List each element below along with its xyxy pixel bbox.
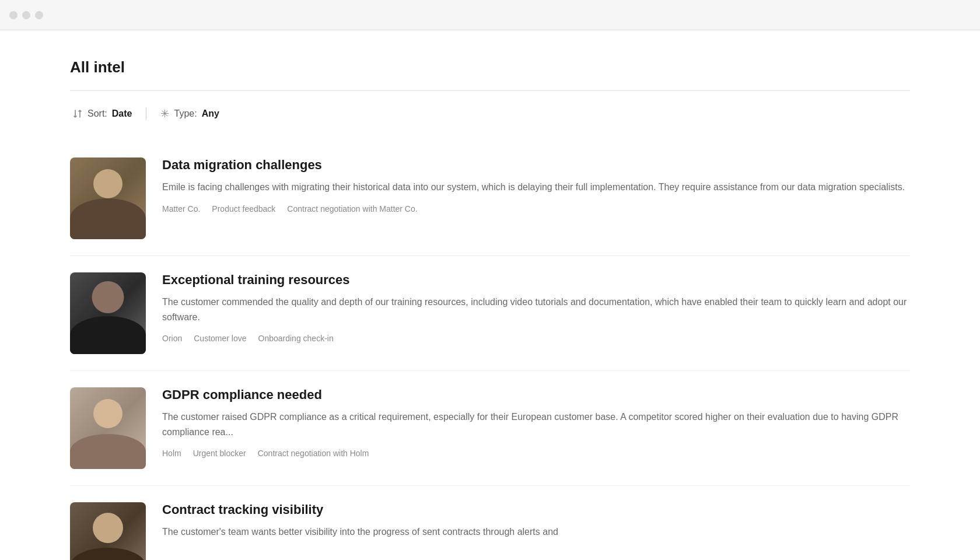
intel-body: GDPR compliance needed The customer rais… <box>162 387 910 458</box>
intel-title: GDPR compliance needed <box>162 387 910 402</box>
intel-body: Data migration challenges Emile is facin… <box>162 158 910 214</box>
intel-title: Exceptional training resources <box>162 272 910 288</box>
sort-label: Sort: <box>88 108 107 119</box>
tag: Contract negotiation with Holm <box>258 449 369 458</box>
filters-bar: Sort: Date ✳ Type: Any <box>70 107 910 120</box>
intel-list: Data migration challenges Emile is facin… <box>70 141 910 560</box>
type-label: Type: <box>174 108 197 119</box>
close-button[interactable] <box>9 11 18 19</box>
page-title: All intel <box>70 58 910 76</box>
tag: Product feedback <box>212 204 275 214</box>
intel-title: Data migration challenges <box>162 158 910 173</box>
intel-item[interactable]: Contract tracking visibility The custome… <box>70 486 910 560</box>
type-filter[interactable]: ✳ Type: Any <box>158 107 221 120</box>
title-bar <box>0 0 980 30</box>
intel-tags: Holm Urgent blocker Contract negotiation… <box>162 449 910 458</box>
tag: Onboarding check-in <box>258 334 334 343</box>
avatar <box>70 272 146 354</box>
avatar <box>70 158 146 239</box>
intel-body: Exceptional training resources The custo… <box>162 272 910 343</box>
sort-value: Date <box>112 108 132 119</box>
minimize-button[interactable] <box>22 11 30 19</box>
type-icon: ✳ <box>160 107 169 120</box>
intel-item[interactable]: Data migration challenges Emile is facin… <box>70 141 910 256</box>
sort-filter[interactable]: Sort: Date <box>70 108 134 119</box>
type-value: Any <box>202 108 219 119</box>
main-content: All intel Sort: Date ✳ Type: Any <box>0 30 980 560</box>
intel-description: The customer commended the quality and d… <box>162 295 910 324</box>
title-divider <box>70 90 910 91</box>
tag: Contract negotiation with Matter Co. <box>287 204 417 214</box>
tag: Matter Co. <box>162 204 200 214</box>
intel-description: The customer raised GDPR compliance as a… <box>162 410 910 439</box>
intel-description: Emile is facing challenges with migratin… <box>162 180 910 195</box>
intel-body: Contract tracking visibility The custome… <box>162 502 910 549</box>
tag: Customer love <box>194 334 246 343</box>
avatar <box>70 502 146 560</box>
app-window: All intel Sort: Date ✳ Type: Any <box>0 0 980 560</box>
intel-item[interactable]: GDPR compliance needed The customer rais… <box>70 371 910 486</box>
tag: Holm <box>162 449 181 458</box>
sort-icon <box>72 108 83 119</box>
tag: Urgent blocker <box>193 449 246 458</box>
intel-title: Contract tracking visibility <box>162 502 910 517</box>
tag: Orion <box>162 334 182 343</box>
intel-description: The customer's team wants better visibil… <box>162 524 910 540</box>
avatar <box>70 387 146 469</box>
intel-tags: Orion Customer love Onboarding check-in <box>162 334 910 343</box>
filter-divider <box>146 107 146 120</box>
intel-item[interactable]: Exceptional training resources The custo… <box>70 256 910 371</box>
maximize-button[interactable] <box>35 11 43 19</box>
intel-tags: Matter Co. Product feedback Contract neg… <box>162 204 910 214</box>
